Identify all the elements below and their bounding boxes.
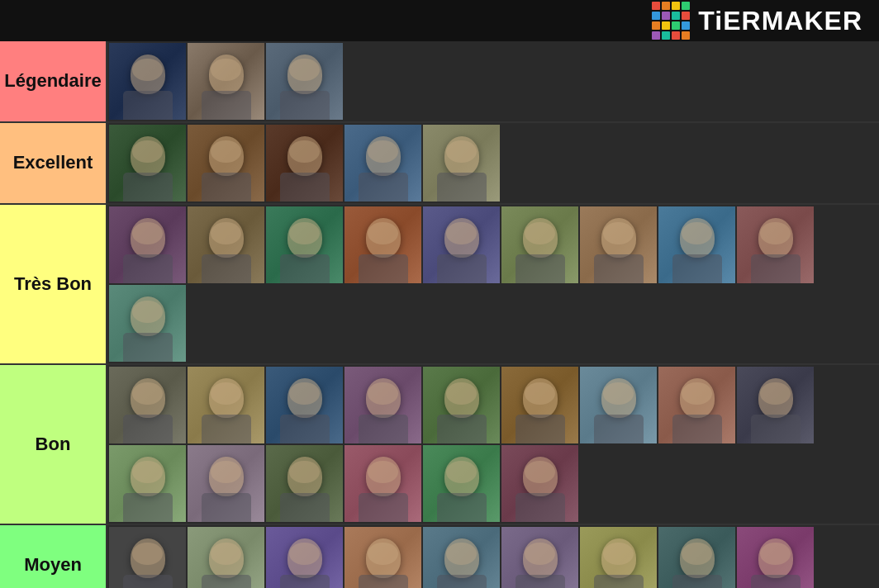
character-portrait[interactable] — [188, 43, 264, 120]
character-portrait[interactable] — [109, 527, 186, 588]
tier-content-tres-bon — [107, 205, 879, 363]
portrait-image — [501, 445, 578, 522]
logo-cell — [682, 12, 690, 20]
portrait-image — [109, 527, 186, 588]
character-portrait[interactable] — [423, 445, 500, 522]
tier-row-bon: Bon — [0, 365, 879, 525]
portrait-image — [423, 125, 500, 202]
portrait-image — [109, 445, 186, 522]
logo-cell — [672, 31, 680, 40]
portrait-image — [344, 367, 421, 443]
character-portrait[interactable] — [188, 206, 264, 283]
character-portrait[interactable] — [658, 367, 735, 443]
character-portrait[interactable] — [737, 527, 814, 588]
character-portrait[interactable] — [266, 445, 343, 522]
portrait-image — [109, 285, 186, 362]
portrait-image — [580, 206, 657, 283]
portrait-image — [423, 367, 500, 443]
tier-label-excellent: Excellent — [0, 123, 107, 203]
character-portrait[interactable] — [501, 367, 578, 443]
character-portrait[interactable] — [423, 125, 500, 202]
character-portrait[interactable] — [109, 206, 186, 283]
character-portrait[interactable] — [658, 527, 735, 588]
portrait-image — [344, 206, 421, 283]
tiermaker-logo: TiERMAKER — [652, 2, 862, 40]
portrait-image — [266, 206, 343, 283]
tier-label-tres-bon: Très Bon — [0, 205, 107, 363]
portrait-image — [737, 206, 814, 283]
tier-label-legendaire: Légendaire — [0, 41, 107, 121]
portrait-image — [188, 527, 264, 588]
character-portrait[interactable] — [188, 367, 264, 443]
character-portrait[interactable] — [344, 367, 421, 443]
character-portrait[interactable] — [580, 527, 657, 588]
character-portrait[interactable] — [266, 43, 343, 120]
tier-content-moyen — [107, 525, 879, 588]
portrait-image — [266, 527, 343, 588]
character-portrait[interactable] — [188, 527, 264, 588]
portrait-image — [344, 125, 421, 202]
portrait-image — [423, 527, 500, 588]
character-portrait[interactable] — [501, 445, 578, 522]
character-portrait[interactable] — [344, 125, 421, 202]
tier-label-moyen: Moyen — [0, 525, 107, 588]
logo-cell — [662, 2, 670, 10]
character-portrait[interactable] — [109, 367, 186, 443]
character-portrait[interactable] — [344, 527, 421, 588]
tier-content-legendaire — [107, 41, 879, 121]
logo-cell — [662, 12, 670, 20]
character-portrait[interactable] — [266, 367, 343, 443]
portrait-image — [188, 367, 264, 443]
character-portrait[interactable] — [109, 125, 186, 202]
character-portrait[interactable] — [737, 206, 814, 283]
logo-cell — [652, 12, 660, 20]
portrait-image — [501, 527, 578, 588]
portrait-image — [109, 43, 186, 120]
character-portrait[interactable] — [423, 206, 500, 283]
tier-row-tres-bon: Très Bon — [0, 205, 879, 365]
character-portrait[interactable] — [423, 367, 500, 443]
portrait-image — [344, 527, 421, 588]
logo-cell — [672, 2, 680, 10]
logo-cell — [682, 21, 690, 30]
character-portrait[interactable] — [658, 206, 735, 283]
tier-content-excellent — [107, 123, 879, 203]
character-portrait[interactable] — [266, 125, 343, 202]
character-portrait[interactable] — [501, 206, 578, 283]
logo-cell — [662, 21, 670, 30]
tier-row-legendaire: Légendaire — [0, 41, 879, 123]
character-portrait[interactable] — [344, 445, 421, 522]
tier-row-excellent: Excellent — [0, 123, 879, 205]
character-portrait[interactable] — [266, 527, 343, 588]
portrait-image — [109, 367, 186, 443]
portrait-image — [266, 445, 343, 522]
logo-cell — [672, 21, 680, 30]
character-portrait[interactable] — [109, 43, 186, 120]
character-portrait[interactable] — [109, 445, 186, 522]
logo-grid — [652, 2, 690, 40]
header: TiERMAKER — [0, 0, 879, 41]
portrait-image — [266, 125, 343, 202]
character-portrait[interactable] — [501, 527, 578, 588]
logo-cell — [652, 21, 660, 30]
logo-cell — [682, 2, 690, 10]
tier-label-bon: Bon — [0, 365, 107, 524]
character-portrait[interactable] — [109, 285, 186, 362]
portrait-image — [658, 367, 735, 443]
portrait-image — [658, 206, 735, 283]
character-portrait[interactable] — [737, 367, 814, 443]
character-portrait[interactable] — [188, 125, 264, 202]
character-portrait[interactable] — [344, 206, 421, 283]
character-portrait[interactable] — [423, 527, 500, 588]
character-portrait[interactable] — [580, 206, 657, 283]
tier-row-moyen: Moyen — [0, 525, 879, 588]
portrait-image — [501, 367, 578, 443]
character-portrait[interactable] — [188, 445, 264, 522]
portrait-image — [423, 445, 500, 522]
portrait-image — [658, 527, 735, 588]
portrait-image — [501, 206, 578, 283]
logo-cell — [652, 2, 660, 10]
portrait-image — [188, 445, 264, 522]
character-portrait[interactable] — [580, 367, 657, 443]
character-portrait[interactable] — [266, 206, 343, 283]
